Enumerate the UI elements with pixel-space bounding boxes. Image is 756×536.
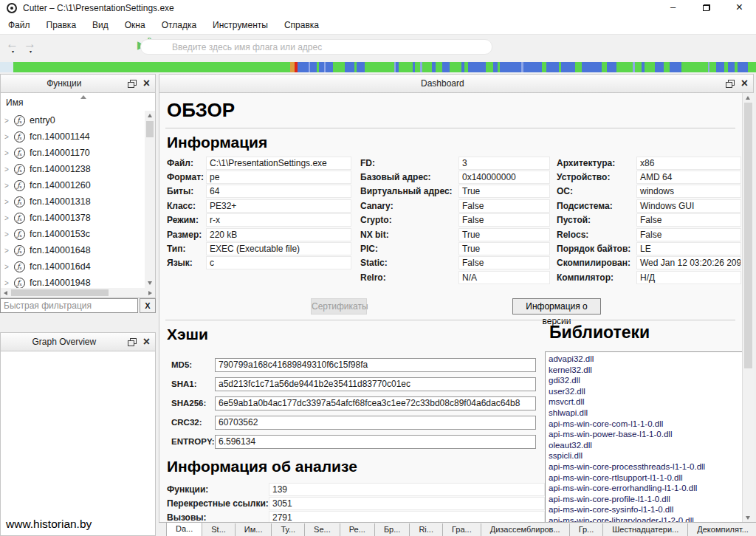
- function-row[interactable]: fcn.14000153c: [1, 226, 145, 242]
- bottom-tab[interactable]: Se...: [305, 523, 340, 536]
- bottom-tab[interactable]: Da...: [166, 522, 202, 536]
- analysis-value-field[interactable]: 139: [269, 483, 545, 496]
- library-item[interactable]: api-ms-win-core-errorhandling-l1-1-0.dll: [546, 483, 742, 494]
- expander-icon[interactable]: [4, 165, 14, 173]
- info-value-field[interactable]: Н/Д: [636, 271, 741, 284]
- function-row[interactable]: fcn.140001144: [1, 128, 145, 145]
- library-item[interactable]: api-ms-win-core-rtlsupport-l1-1-0.dll: [546, 473, 742, 484]
- expander-icon[interactable]: [4, 117, 14, 125]
- bottom-tab[interactable]: Дизассемблиров...: [481, 523, 570, 536]
- bottom-tab[interactable]: Декомпилят...: [688, 523, 756, 536]
- function-row[interactable]: fcn.140001170: [1, 145, 145, 161]
- expander-icon[interactable]: [4, 230, 14, 238]
- analysis-value-field[interactable]: 3051: [269, 497, 545, 510]
- function-row[interactable]: fcn.140001378: [1, 210, 145, 226]
- seek-input[interactable]: [140, 39, 492, 55]
- library-item[interactable]: shlwapi.dll: [546, 408, 742, 419]
- undock-icon[interactable]: [128, 80, 137, 88]
- bottom-tab[interactable]: Ту...: [272, 523, 305, 536]
- info-value-field[interactable]: Wed Jan 12 03:20:26 2095 UTC: [636, 256, 741, 269]
- library-item[interactable]: msvcrt.dll: [546, 396, 742, 408]
- library-item[interactable]: api-ms-win-core-profile-l1-1-0.dll: [546, 494, 742, 505]
- info-value-field[interactable]: x86: [636, 157, 741, 170]
- hash-value-field[interactable]: 6.596134: [215, 435, 536, 449]
- bottom-tab[interactable]: Бр...: [375, 523, 410, 536]
- library-item[interactable]: api-ms-win-core-processthreads-l1-1-0.dl…: [546, 461, 742, 473]
- menu-item[interactable]: Отладка: [154, 16, 205, 34]
- function-row[interactable]: fcn.1400016d4: [1, 258, 145, 275]
- undock-icon[interactable]: [726, 80, 735, 88]
- bottom-tab[interactable]: Им...: [236, 523, 272, 536]
- bottom-tab[interactable]: Ri...: [410, 523, 443, 536]
- clear-filter-button[interactable]: X: [140, 298, 156, 313]
- info-value-field[interactable]: LE: [636, 242, 741, 255]
- close-panel-icon[interactable]: ×: [741, 78, 748, 89]
- scroll-up-icon[interactable]: [746, 96, 750, 100]
- restore-icon[interactable]: [690, 0, 723, 16]
- info-value-field[interactable]: AMD 64: [636, 171, 741, 184]
- hash-value-field[interactable]: 790799a168c41689849310f6c15f98fa: [215, 358, 536, 372]
- info-value-field[interactable]: c: [206, 256, 351, 269]
- back-dropdown-icon[interactable]: ▾: [12, 49, 14, 54]
- info-value-field[interactable]: C:\1\PresentationSettings.exe: [206, 157, 351, 170]
- menu-item[interactable]: Инструменты: [205, 16, 276, 34]
- menu-item[interactable]: Вид: [84, 16, 117, 34]
- bottom-tab[interactable]: Шестнадцатери...: [603, 523, 688, 536]
- scrollbar-thumb[interactable]: [744, 103, 752, 368]
- info-value-field[interactable]: True: [458, 228, 550, 241]
- info-value-field[interactable]: False: [636, 228, 741, 241]
- info-value-field[interactable]: pe: [206, 171, 351, 184]
- forward-dropdown-icon[interactable]: ▾: [30, 49, 32, 54]
- info-value-field[interactable]: windows: [636, 185, 741, 198]
- info-value-field[interactable]: 220 kB: [206, 228, 351, 241]
- library-item[interactable]: api-ms-win-core-com-l1-1-0.dll: [546, 419, 742, 430]
- library-item[interactable]: sspicli.dll: [546, 450, 742, 461]
- function-row[interactable]: entry0: [1, 112, 145, 128]
- library-item[interactable]: gdi32.dll: [546, 375, 742, 386]
- info-value-field[interactable]: False: [458, 256, 550, 269]
- scrollbar-thumb[interactable]: [11, 289, 109, 296]
- scroll-up-icon[interactable]: [148, 114, 152, 117]
- info-value-field[interactable]: Windows GUI: [636, 199, 741, 213]
- functions-vertical-scrollbar[interactable]: [145, 111, 155, 288]
- menu-item[interactable]: Файл: [0, 16, 38, 34]
- info-value-field[interactable]: 64: [206, 185, 351, 198]
- info-value-field[interactable]: 3: [458, 157, 550, 170]
- info-value-field[interactable]: False: [458, 199, 550, 213]
- menu-item[interactable]: Справка: [276, 16, 327, 34]
- library-item[interactable]: advapi32.dll: [546, 354, 742, 365]
- minimize-icon[interactable]: –: [656, 0, 690, 16]
- scrollbar-thumb[interactable]: [146, 121, 154, 137]
- library-item[interactable]: api-ms-win-power-base-l1-1-0.dll: [546, 429, 742, 440]
- quick-filter-input[interactable]: [0, 298, 138, 313]
- scroll-down-icon[interactable]: [746, 516, 750, 520]
- bottom-tab[interactable]: St...: [202, 523, 236, 536]
- close-panel-icon[interactable]: ×: [143, 78, 150, 89]
- hash-value-field[interactable]: 60703562: [215, 416, 536, 430]
- expander-icon[interactable]: [4, 263, 14, 271]
- info-value-field[interactable]: r-x: [206, 213, 351, 227]
- function-row[interactable]: fcn.140001318: [1, 193, 145, 210]
- menu-item[interactable]: Правка: [38, 16, 85, 34]
- info-value-field[interactable]: True: [458, 242, 550, 255]
- undock-icon[interactable]: [128, 338, 137, 346]
- library-item[interactable]: oleaut32.dll: [546, 440, 742, 451]
- version-info-button[interactable]: Информация о версии: [512, 298, 601, 315]
- info-value-field[interactable]: N/A: [458, 271, 550, 284]
- scroll-down-icon[interactable]: [148, 281, 152, 285]
- expander-icon[interactable]: [4, 133, 14, 141]
- dashboard-scrollbar[interactable]: [742, 93, 754, 523]
- expander-icon[interactable]: [4, 279, 14, 287]
- hash-value-field[interactable]: 6e59ab1a0b4ac177dc3397a54afcf68fcea3c1ee…: [215, 396, 536, 410]
- bottom-tab[interactable]: Гр...: [570, 523, 604, 536]
- function-row[interactable]: fcn.140001260: [1, 177, 145, 193]
- library-item[interactable]: api-ms-win-core-sysinfo-l1-1-0.dll: [546, 504, 742, 515]
- expander-icon[interactable]: [4, 198, 14, 206]
- expander-icon[interactable]: [4, 247, 14, 255]
- bottom-tab[interactable]: Ре...: [340, 523, 375, 536]
- scroll-left-icon[interactable]: [4, 291, 7, 295]
- column-header-name[interactable]: Имя: [1, 93, 145, 111]
- info-value-field[interactable]: False: [458, 213, 550, 227]
- menu-item[interactable]: Окна: [117, 16, 154, 34]
- functions-horizontal-scrollbar[interactable]: [1, 288, 155, 298]
